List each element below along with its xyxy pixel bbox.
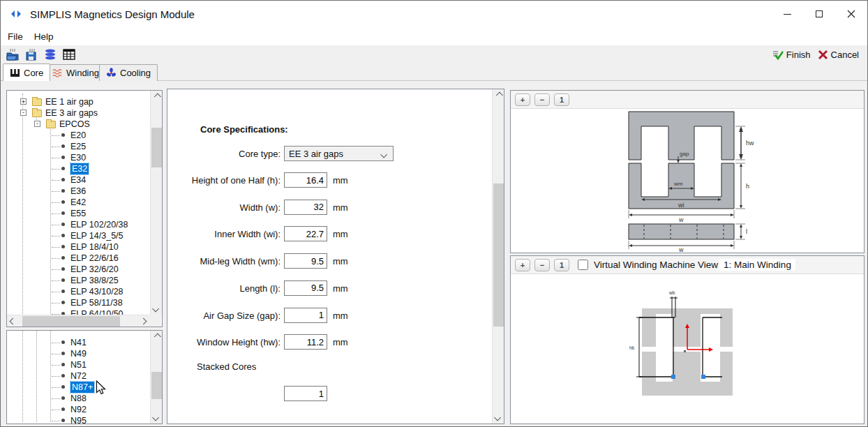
- core-view-toolbar: + − 1: [511, 91, 864, 109]
- item-bullet-icon: [61, 352, 65, 355]
- scroll-up-button[interactable]: [493, 89, 504, 101]
- field-input[interactable]: [284, 334, 327, 350]
- item-bullet-icon: [61, 278, 65, 282]
- tree-item[interactable]: ELP 58/11/38: [8, 297, 147, 308]
- material-tree-panel: N41N49N51N72N87+N88N92N95: [6, 330, 163, 424]
- tab-cooling[interactable]: Cooling: [99, 64, 158, 81]
- tree-item-label: E20: [70, 130, 86, 141]
- tree-item[interactable]: N49: [8, 348, 147, 359]
- field-input[interactable]: [284, 253, 327, 269]
- tree-item[interactable]: E32: [8, 163, 147, 174]
- tree-item[interactable]: N92: [8, 404, 147, 415]
- title-bar: SIMPLIS Magnetics Design Module: [1, 1, 867, 27]
- tree-item[interactable]: E36: [8, 186, 147, 197]
- core-tree-vertical-scrollbar[interactable]: [150, 91, 162, 315]
- field-input[interactable]: [284, 172, 327, 188]
- scroll-down-button[interactable]: [151, 412, 163, 424]
- zoom-reset-button[interactable]: 1: [554, 93, 569, 106]
- database-button[interactable]: [43, 47, 57, 61]
- folder-icon: [32, 98, 42, 106]
- zoom-out-button[interactable]: −: [534, 259, 550, 271]
- winding-selection-label[interactable]: 1: Main Winding: [719, 259, 795, 271]
- tree-item[interactable]: ELP 43/10/28: [8, 286, 147, 297]
- tree-item-label: ELP 18/4/10: [70, 241, 119, 253]
- tree-expand-icon[interactable]: +: [20, 98, 27, 105]
- field-input[interactable]: [284, 280, 327, 296]
- material-tree: N41N49N51N72N87+N88N92N95: [8, 331, 151, 424]
- cancel-button[interactable]: Cancel: [831, 50, 859, 60]
- tree-item[interactable]: E55: [8, 208, 147, 219]
- tree-item[interactable]: N72: [8, 370, 147, 382]
- tree-item[interactable]: E42: [8, 197, 147, 208]
- tree-item-label: ELP 102/20/38: [70, 219, 128, 230]
- tree-item[interactable]: -EE 3 air gaps: [8, 107, 147, 119]
- scrollbar-thumb[interactable]: [151, 128, 162, 167]
- scroll-down-button[interactable]: [151, 303, 163, 315]
- minimize-icon: [784, 14, 791, 15]
- tree-item[interactable]: ELP 14/3_5/5: [8, 230, 147, 241]
- scroll-right-button[interactable]: [137, 315, 149, 327]
- tree-item[interactable]: ELP 22/6/16: [8, 253, 147, 264]
- tree-item[interactable]: ELP 32/6/20: [8, 264, 147, 275]
- scrollbar-thumb[interactable]: [151, 372, 162, 399]
- tree-item-label: E42: [70, 197, 86, 208]
- field-unit: mm: [333, 229, 348, 239]
- chevron-down-icon: [494, 414, 501, 421]
- tree-item[interactable]: N41: [8, 337, 147, 348]
- tree-item[interactable]: N51: [8, 359, 147, 370]
- scroll-left-button[interactable]: [7, 315, 19, 327]
- app-window: SIMPLIS Magnetics Design Module File Hel…: [0, 0, 868, 427]
- material-tree-vertical-scrollbar[interactable]: [150, 331, 162, 424]
- tree-item[interactable]: N88: [8, 393, 147, 404]
- scrollbar-thumb[interactable]: [22, 316, 120, 327]
- tree-item-label: ELP 32/6/20: [70, 264, 119, 275]
- zoom-reset-button[interactable]: 1: [554, 259, 569, 271]
- tab-winding[interactable]: Winding: [45, 64, 106, 81]
- tree-item[interactable]: E34: [8, 174, 147, 186]
- tree-item[interactable]: N95: [8, 415, 147, 424]
- field-input[interactable]: [284, 226, 327, 241]
- scroll-down-button[interactable]: [493, 412, 504, 424]
- tree-item[interactable]: ELP 38/8/25: [8, 275, 147, 286]
- tab-core[interactable]: Core: [3, 63, 50, 81]
- maximize-button[interactable]: [803, 1, 835, 27]
- finish-button[interactable]: Finish: [786, 50, 811, 60]
- tree-item[interactable]: N87+: [8, 382, 147, 393]
- zoom-in-button[interactable]: +: [515, 93, 530, 106]
- zoom-out-button[interactable]: −: [534, 93, 550, 106]
- folder-icon: [32, 110, 42, 117]
- stacked-cores-input[interactable]: [284, 386, 327, 401]
- field-input[interactable]: [284, 200, 327, 215]
- form-vertical-scrollbar[interactable]: [492, 89, 504, 424]
- menu-help[interactable]: Help: [29, 29, 59, 44]
- open-design-button[interactable]: [6, 47, 20, 61]
- tree-collapse-icon[interactable]: -: [34, 121, 40, 127]
- form-heading: Core Specifications:: [200, 124, 288, 135]
- tree-item[interactable]: E25: [8, 141, 147, 152]
- tree-item[interactable]: E20: [8, 130, 147, 141]
- tree-item-label: N49: [70, 348, 87, 359]
- maximize-icon: [816, 10, 823, 17]
- scrollbar-thumb[interactable]: [493, 183, 504, 327]
- close-button[interactable]: [835, 1, 867, 27]
- menu-file[interactable]: File: [2, 29, 29, 44]
- core-type-select[interactable]: EE 3 air gaps: [284, 146, 394, 161]
- scroll-up-button[interactable]: [151, 91, 163, 103]
- field-label: Window Height (hw):: [167, 337, 280, 347]
- tree-item[interactable]: ELP 18/4/10: [8, 241, 147, 253]
- tree-item[interactable]: ELP 102/20/38: [8, 219, 147, 230]
- tree-collapse-icon[interactable]: -: [20, 110, 27, 116]
- save-design-button[interactable]: [24, 47, 38, 61]
- table-button[interactable]: [62, 47, 76, 61]
- tree-connector: [52, 269, 60, 270]
- field-input[interactable]: [284, 308, 327, 323]
- tree-item[interactable]: -EPCOS: [8, 119, 147, 130]
- virtual-winding-machine-checkbox[interactable]: [578, 260, 588, 270]
- tree-item-label: EPCOS: [59, 119, 90, 130]
- zoom-in-button[interactable]: +: [515, 259, 530, 271]
- minimize-button[interactable]: [771, 1, 803, 27]
- scroll-up-button[interactable]: [151, 331, 163, 343]
- tree-item[interactable]: +EE 1 air gap: [8, 96, 147, 107]
- tree-item[interactable]: E30: [8, 152, 147, 163]
- core-tree-horizontal-scrollbar[interactable]: [7, 315, 161, 327]
